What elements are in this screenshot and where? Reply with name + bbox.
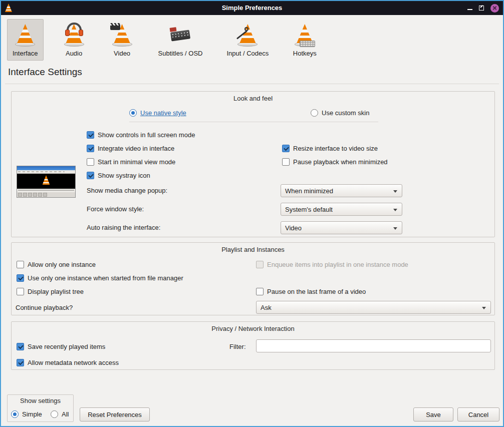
group-title: Playlist and Instances — [12, 246, 494, 253]
dropdown-value: Ask — [261, 304, 272, 311]
checkbox-metadata-access[interactable]: Allow metadata network access — [17, 358, 119, 367]
tab-video[interactable]: Video — [105, 19, 140, 61]
checkbox-box[interactable] — [17, 274, 24, 282]
minimize-icon[interactable] — [467, 9, 472, 10]
tab-hotkeys[interactable]: Hotkeys — [287, 19, 322, 61]
tab-label: Hotkeys — [293, 50, 317, 57]
checkbox-box[interactable] — [87, 158, 94, 166]
window-style-dropdown[interactable]: System's default — [281, 203, 402, 216]
checkbox-label: Show controls in full screen mode — [98, 131, 195, 139]
checkbox-box[interactable] — [17, 359, 24, 366]
checkbox-integrate-video[interactable]: Integrate video in interface — [87, 144, 174, 153]
window-title: Simple Preferences — [1, 4, 503, 12]
reset-preferences-button[interactable]: Reset Preferences — [80, 407, 150, 421]
checkbox-label: Start in minimal view mode — [98, 158, 175, 166]
tab-audio[interactable]: Audio — [57, 19, 92, 61]
checkbox-box[interactable] — [17, 343, 24, 350]
dropdown-value: System's default — [285, 206, 333, 213]
checkbox-label: Save recently played items — [28, 343, 105, 350]
tab-input-codecs[interactable]: Input / Codecs — [221, 19, 274, 61]
radio-button[interactable] — [129, 109, 137, 117]
radio-label: All — [62, 410, 69, 418]
dropdown-value: When minimized — [285, 187, 333, 195]
checkbox-box[interactable] — [17, 288, 24, 295]
vlc-cone-icon — [13, 23, 37, 47]
checkbox-label: Display playlist tree — [28, 288, 84, 295]
radio-button[interactable] — [311, 109, 318, 117]
checkbox-box[interactable] — [17, 261, 24, 268]
tab-label: Audio — [66, 50, 82, 57]
chevron-down-icon — [393, 227, 397, 230]
vlc-cone-icon — [43, 175, 50, 185]
checkbox-pause-minimized[interactable]: Pause playback when minimized — [282, 158, 388, 166]
tab-label: Interface — [13, 50, 38, 57]
window-style-label: Force window style: — [87, 205, 144, 213]
close-icon[interactable] — [490, 4, 499, 13]
checkbox-pause-last-frame[interactable]: Pause on the last frame of a video — [256, 287, 366, 296]
group-title: Privacy / Network Interaction — [12, 325, 494, 332]
filter-input[interactable] — [256, 339, 491, 352]
save-button[interactable]: Save — [413, 407, 453, 421]
media-popup-label: Show media change popup: — [87, 186, 167, 195]
group-title: Show settings — [8, 397, 73, 404]
heading-divider — [5, 84, 499, 84]
checkbox-label: Allow metadata network access — [28, 359, 119, 366]
checkbox-save-recently-played[interactable]: Save recently played items — [17, 342, 105, 351]
group-show-settings: Show settings Simple All — [7, 394, 74, 422]
group-playlist-instances: Playlist and Instances Allow only one in… — [11, 242, 495, 315]
preview-titlebar — [17, 166, 75, 170]
preview-controls — [17, 192, 75, 197]
radio-settings-simple[interactable]: Simple — [11, 410, 42, 418]
checkbox-minimal-view[interactable]: Start in minimal view mode — [87, 158, 175, 166]
continue-playback-dropdown[interactable]: Ask — [256, 301, 491, 314]
video-clapper-cone-icon — [110, 23, 134, 47]
tab-interface[interactable]: Interface — [7, 19, 44, 61]
auto-raise-dropdown[interactable]: Video — [281, 221, 402, 234]
input-codecs-cone-icon — [235, 23, 260, 47]
checkbox-box[interactable] — [256, 288, 264, 295]
checkbox-file-manager-instance[interactable]: Use only one instance when started from … — [17, 274, 183, 282]
radio-label: Use native style — [140, 109, 186, 117]
chevron-down-icon — [393, 190, 397, 193]
checkbox-enqueue-one-instance: Enqueue items into playlist in one insta… — [256, 260, 408, 269]
checkbox-box[interactable] — [282, 145, 290, 152]
group-look-and-feel: Look and feel Use native style Use custo… — [11, 91, 495, 237]
group-privacy-network: Privacy / Network Interaction Save recen… — [11, 321, 495, 370]
checkbox-label: Enqueue items into playlist in one insta… — [267, 261, 408, 268]
radio-label: Simple — [22, 410, 42, 418]
checkbox-playlist-tree[interactable]: Display playlist tree — [17, 287, 84, 296]
checkbox-systray-icon[interactable]: Show systray icon — [87, 171, 150, 180]
checkbox-resize-interface[interactable]: Resize interface to video size — [282, 144, 378, 153]
preferences-window: Simple Preferences Interface Audio Video… — [0, 0, 504, 427]
checkbox-one-instance[interactable]: Allow only one instance — [17, 260, 96, 269]
preview-seekbar — [17, 189, 75, 192]
checkbox-box[interactable] — [87, 145, 94, 152]
radio-button[interactable] — [51, 410, 58, 418]
chevron-down-icon — [393, 209, 397, 211]
radio-use-custom-skin[interactable]: Use custom skin — [311, 109, 369, 117]
checkbox-box[interactable] — [87, 172, 94, 179]
checkbox-box[interactable] — [282, 158, 290, 166]
radio-settings-all[interactable]: All — [51, 410, 69, 418]
checkbox-label: Pause on the last frame of a video — [267, 288, 366, 295]
checkbox-show-controls-fullscreen[interactable]: Show controls in full screen mode — [87, 131, 195, 139]
checkbox-label: Show systray icon — [98, 172, 150, 179]
titlebar[interactable]: Simple Preferences — [1, 1, 503, 15]
radio-label: Use custom skin — [322, 109, 369, 117]
checkbox-label: Allow only one instance — [28, 261, 96, 268]
audio-headphones-icon — [62, 23, 86, 47]
page-title: Interface Settings — [8, 67, 82, 78]
media-popup-dropdown[interactable]: When minimized — [281, 184, 402, 197]
checkbox-label: Use only one instance when started from … — [28, 274, 183, 282]
radio-use-native-style[interactable]: Use native style — [129, 109, 186, 117]
tab-label: Subtitles / OSD — [158, 50, 203, 57]
restore-icon[interactable] — [479, 6, 484, 11]
auto-raise-label: Auto raising the interface: — [87, 223, 160, 232]
checkbox-box[interactable] — [87, 131, 94, 139]
radio-button[interactable] — [11, 410, 19, 418]
tab-subtitles-osd[interactable]: Subtitles / OSD — [153, 19, 208, 61]
chevron-down-icon — [482, 307, 486, 309]
cancel-button[interactable]: Cancel — [457, 407, 499, 421]
subtitles-clapper-icon — [168, 23, 192, 47]
filter-label: Filter: — [229, 342, 246, 351]
